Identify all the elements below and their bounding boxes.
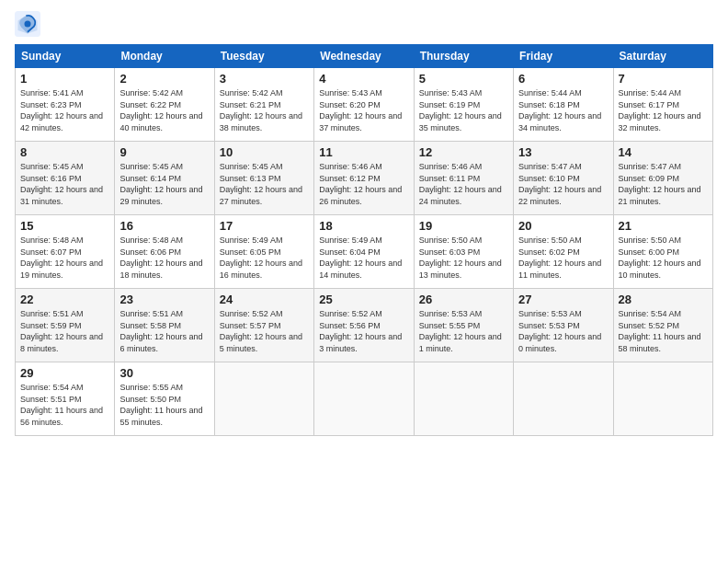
calendar-cell: 22 Sunrise: 5:51 AM Sunset: 5:59 PM Dayl…	[16, 289, 115, 362]
cell-info: Sunrise: 5:54 AM Sunset: 5:52 PM Dayligh…	[619, 308, 708, 354]
calendar-cell: 6 Sunrise: 5:44 AM Sunset: 6:18 PM Dayli…	[514, 68, 613, 142]
day-number: 5	[419, 72, 508, 86]
day-number: 10	[220, 145, 309, 159]
calendar-cell	[514, 362, 613, 436]
cell-info: Sunrise: 5:42 AM Sunset: 6:22 PM Dayligh…	[119, 87, 209, 133]
calendar-cell	[414, 362, 513, 436]
cell-info: Sunrise: 5:48 AM Sunset: 6:07 PM Dayligh…	[20, 235, 109, 281]
calendar-cell: 23 Sunrise: 5:51 AM Sunset: 5:58 PM Dayl…	[115, 289, 214, 362]
cell-info: Sunrise: 5:44 AM Sunset: 6:18 PM Dayligh…	[518, 87, 608, 133]
day-number: 6	[518, 72, 608, 86]
svg-point-2	[25, 21, 31, 28]
calendar-cell: 1 Sunrise: 5:41 AM Sunset: 6:23 PM Dayli…	[16, 68, 115, 142]
calendar-cell: 15 Sunrise: 5:48 AM Sunset: 6:07 PM Dayl…	[16, 215, 115, 289]
calendar-cell	[214, 362, 313, 436]
day-number: 26	[419, 293, 508, 306]
cell-info: Sunrise: 5:50 AM Sunset: 6:03 PM Dayligh…	[419, 235, 508, 281]
logo-icon	[15, 11, 40, 37]
day-number: 23	[119, 293, 209, 306]
calendar-cell: 29 Sunrise: 5:54 AM Sunset: 5:51 PM Dayl…	[16, 362, 115, 436]
calendar-cell: 4 Sunrise: 5:43 AM Sunset: 6:20 PM Dayli…	[314, 68, 414, 142]
day-number: 28	[619, 293, 708, 306]
day-header-sunday: Sunday	[16, 45, 115, 68]
calendar-body: 1 Sunrise: 5:41 AM Sunset: 6:23 PM Dayli…	[16, 68, 713, 436]
calendar-cell: 7 Sunrise: 5:44 AM Sunset: 6:17 PM Dayli…	[613, 68, 712, 142]
calendar-cell	[314, 362, 414, 436]
calendar-cell: 11 Sunrise: 5:46 AM Sunset: 6:12 PM Dayl…	[314, 142, 414, 215]
day-number: 9	[119, 145, 209, 159]
day-number: 20	[518, 219, 608, 233]
day-header-tuesday: Tuesday	[214, 45, 313, 68]
day-header-friday: Friday	[514, 45, 613, 68]
calendar-cell: 12 Sunrise: 5:46 AM Sunset: 6:11 PM Dayl…	[414, 142, 513, 215]
cell-info: Sunrise: 5:52 AM Sunset: 5:57 PM Dayligh…	[220, 308, 309, 354]
cell-info: Sunrise: 5:55 AM Sunset: 5:50 PM Dayligh…	[119, 382, 209, 428]
calendar-cell: 20 Sunrise: 5:50 AM Sunset: 6:02 PM Dayl…	[514, 215, 613, 289]
cell-info: Sunrise: 5:53 AM Sunset: 5:55 PM Dayligh…	[419, 308, 508, 354]
day-number: 12	[419, 145, 508, 159]
calendar-cell: 16 Sunrise: 5:48 AM Sunset: 6:06 PM Dayl…	[115, 215, 214, 289]
calendar-cell: 19 Sunrise: 5:50 AM Sunset: 6:03 PM Dayl…	[414, 215, 513, 289]
day-number: 17	[220, 219, 309, 233]
calendar-cell: 8 Sunrise: 5:45 AM Sunset: 6:16 PM Dayli…	[16, 142, 115, 215]
calendar-cell: 26 Sunrise: 5:53 AM Sunset: 5:55 PM Dayl…	[414, 289, 513, 362]
calendar-cell: 18 Sunrise: 5:49 AM Sunset: 6:04 PM Dayl…	[314, 215, 414, 289]
day-header-saturday: Saturday	[613, 45, 712, 68]
cell-info: Sunrise: 5:54 AM Sunset: 5:51 PM Dayligh…	[20, 382, 109, 428]
calendar-cell: 28 Sunrise: 5:54 AM Sunset: 5:52 PM Dayl…	[613, 289, 712, 362]
cell-info: Sunrise: 5:47 AM Sunset: 6:09 PM Dayligh…	[619, 161, 708, 207]
day-number: 19	[419, 219, 508, 233]
calendar-cell: 21 Sunrise: 5:50 AM Sunset: 6:00 PM Dayl…	[613, 215, 712, 289]
cell-info: Sunrise: 5:52 AM Sunset: 5:56 PM Dayligh…	[319, 308, 408, 354]
calendar-cell: 3 Sunrise: 5:42 AM Sunset: 6:21 PM Dayli…	[214, 68, 313, 142]
day-number: 15	[20, 219, 109, 233]
calendar-cell: 25 Sunrise: 5:52 AM Sunset: 5:56 PM Dayl…	[314, 289, 414, 362]
cell-info: Sunrise: 5:45 AM Sunset: 6:13 PM Dayligh…	[220, 161, 309, 207]
cell-info: Sunrise: 5:53 AM Sunset: 5:53 PM Dayligh…	[518, 308, 608, 354]
day-number: 4	[319, 72, 408, 86]
day-number: 21	[619, 219, 708, 233]
day-number: 24	[220, 293, 309, 306]
calendar-week-2: 8 Sunrise: 5:45 AM Sunset: 6:16 PM Dayli…	[16, 142, 713, 215]
day-number: 2	[119, 72, 209, 86]
day-number: 7	[619, 72, 708, 86]
calendar-cell: 5 Sunrise: 5:43 AM Sunset: 6:19 PM Dayli…	[414, 68, 513, 142]
cell-info: Sunrise: 5:48 AM Sunset: 6:06 PM Dayligh…	[119, 235, 209, 281]
calendar-cell: 9 Sunrise: 5:45 AM Sunset: 6:14 PM Dayli…	[115, 142, 214, 215]
header	[15, 11, 713, 37]
logo	[15, 11, 42, 37]
cell-info: Sunrise: 5:45 AM Sunset: 6:16 PM Dayligh…	[20, 161, 109, 207]
calendar-week-5: 29 Sunrise: 5:54 AM Sunset: 5:51 PM Dayl…	[16, 362, 713, 436]
calendar-cell: 30 Sunrise: 5:55 AM Sunset: 5:50 PM Dayl…	[115, 362, 214, 436]
cell-info: Sunrise: 5:49 AM Sunset: 6:04 PM Dayligh…	[319, 235, 408, 281]
cell-info: Sunrise: 5:50 AM Sunset: 6:02 PM Dayligh…	[518, 235, 608, 281]
calendar-cell	[613, 362, 712, 436]
cell-info: Sunrise: 5:44 AM Sunset: 6:17 PM Dayligh…	[619, 87, 708, 133]
calendar-cell: 17 Sunrise: 5:49 AM Sunset: 6:05 PM Dayl…	[214, 215, 313, 289]
calendar-cell: 24 Sunrise: 5:52 AM Sunset: 5:57 PM Dayl…	[214, 289, 313, 362]
cell-info: Sunrise: 5:45 AM Sunset: 6:14 PM Dayligh…	[119, 161, 209, 207]
cell-info: Sunrise: 5:51 AM Sunset: 5:59 PM Dayligh…	[20, 308, 109, 354]
calendar-header-row: SundayMondayTuesdayWednesdayThursdayFrid…	[16, 45, 713, 68]
day-number: 16	[119, 219, 209, 233]
day-number: 3	[220, 72, 309, 86]
day-number: 1	[20, 72, 109, 86]
day-number: 13	[518, 145, 608, 159]
calendar-week-1: 1 Sunrise: 5:41 AM Sunset: 6:23 PM Dayli…	[16, 68, 713, 142]
day-header-thursday: Thursday	[414, 45, 513, 68]
cell-info: Sunrise: 5:50 AM Sunset: 6:00 PM Dayligh…	[619, 235, 708, 281]
cell-info: Sunrise: 5:42 AM Sunset: 6:21 PM Dayligh…	[220, 87, 309, 133]
day-number: 8	[20, 145, 109, 159]
day-number: 30	[119, 366, 209, 380]
day-number: 29	[20, 366, 109, 380]
cell-info: Sunrise: 5:46 AM Sunset: 6:11 PM Dayligh…	[419, 161, 508, 207]
day-number: 11	[319, 145, 408, 159]
cell-info: Sunrise: 5:51 AM Sunset: 5:58 PM Dayligh…	[119, 308, 209, 354]
day-number: 25	[319, 293, 408, 306]
page: SundayMondayTuesdayWednesdayThursdayFrid…	[0, 0, 728, 563]
calendar-table: SundayMondayTuesdayWednesdayThursdayFrid…	[15, 44, 713, 436]
day-number: 27	[518, 293, 608, 306]
day-header-wednesday: Wednesday	[314, 45, 414, 68]
calendar-cell: 2 Sunrise: 5:42 AM Sunset: 6:22 PM Dayli…	[115, 68, 214, 142]
calendar-week-4: 22 Sunrise: 5:51 AM Sunset: 5:59 PM Dayl…	[16, 289, 713, 362]
